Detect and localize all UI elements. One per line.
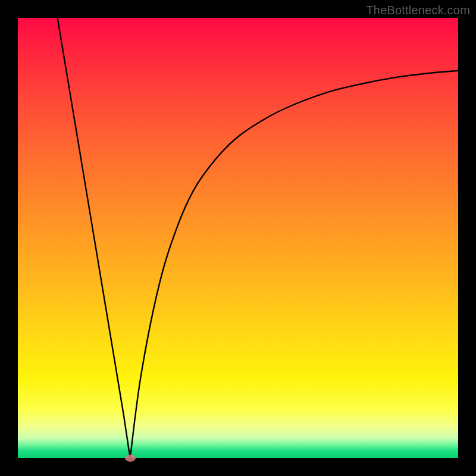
plot-area xyxy=(18,18,458,458)
curve-right-branch xyxy=(130,71,458,458)
curve-left-branch xyxy=(58,18,130,458)
optimal-point-marker xyxy=(125,455,136,462)
bottleneck-curve xyxy=(18,18,458,458)
chart-frame: TheBottleneck.com xyxy=(0,0,476,476)
watermark-text: TheBottleneck.com xyxy=(366,4,470,17)
